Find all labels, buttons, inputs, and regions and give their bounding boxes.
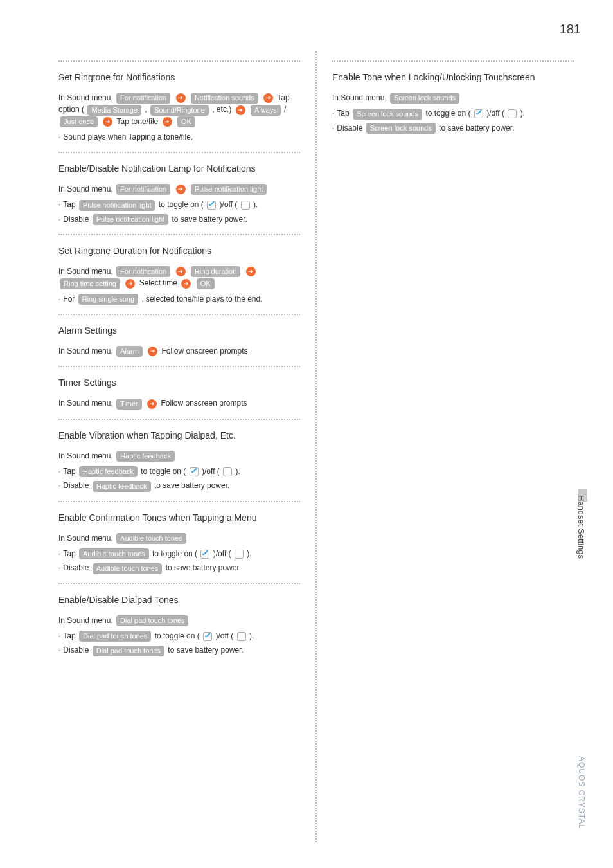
section-title: Enable Confirmation Tones when Tapping a…: [58, 511, 300, 525]
section-divider: [58, 583, 300, 584]
text: Disable: [63, 646, 89, 655]
text: to toggle on (: [159, 200, 204, 209]
text: Tap Pulse notification light to toggle o…: [63, 199, 258, 210]
chip-audible-touch-tones: Audible touch tones: [93, 563, 163, 574]
arrow-icon: [263, 93, 273, 103]
section-set-ringtone-notifications: Set Ringtone for Notifications In Sound …: [55, 60, 304, 143]
chip-ok: OK: [177, 116, 195, 127]
text: Tap: [63, 467, 75, 476]
text: Tap Haptic feedback to toggle on ( )/off…: [63, 466, 240, 477]
text: , selected tone/file plays to the end.: [141, 294, 262, 303]
chip-haptic-feedback: Haptic feedback: [93, 481, 151, 492]
text: )/off (: [486, 109, 504, 118]
instruction-line: In Sound menu, Haptic feedback: [58, 450, 300, 462]
bullet-line: · Tap Haptic feedback to toggle on ( )/o…: [58, 466, 300, 477]
section-audible-touch-tones: Enable Confirmation Tones when Tapping a…: [55, 501, 304, 574]
section-divider: [58, 60, 300, 62]
text: ,: [145, 105, 147, 114]
text: /: [284, 105, 286, 114]
text: Disable: [337, 123, 362, 132]
checkbox-off-icon: [508, 109, 517, 118]
checkbox-on-icon: [474, 109, 483, 118]
bullet-icon: ·: [58, 548, 60, 559]
instruction-line: In Sound menu, Timer Follow onscreen pro…: [58, 397, 300, 409]
bullet-line: · Disable Dial pad touch tones to save b…: [58, 644, 300, 656]
instruction-line: In Sound menu, Dial pad touch tones: [58, 615, 300, 626]
checkbox-on-icon: [190, 467, 199, 476]
text: Tap: [63, 631, 75, 640]
text: Disable Audible touch tones to save batt…: [63, 562, 241, 574]
text: Tap Audible touch tones to toggle on ( )…: [63, 548, 251, 559]
chip-screen-lock-sounds: Screen lock sounds: [390, 93, 459, 104]
text: Disable Dial pad touch tones to save bat…: [63, 644, 243, 656]
text: In Sound menu,: [58, 399, 113, 408]
arrow-icon: [163, 117, 172, 127]
instruction-line: In Sound menu, For notification Pulse no…: [58, 183, 300, 195]
arrow-icon: [236, 105, 245, 115]
text: ).: [249, 631, 254, 640]
chip-screen-lock-sounds: Screen lock sounds: [353, 109, 422, 120]
text: tone/file: [131, 117, 158, 126]
arrow-icon: [147, 399, 157, 409]
text: Tap: [117, 117, 129, 126]
section-title: Set Ringtone Duration for Notifications: [58, 244, 300, 258]
chip-pulse-notification-light: Pulse notification light: [191, 184, 267, 195]
arrow-icon: [246, 267, 256, 276]
section-timer: Timer Settings In Sound menu, Timer Foll…: [55, 366, 304, 409]
bullet-icon: ·: [58, 630, 60, 642]
section-title: Enable Tone when Locking/Unlocking Touch…: [332, 71, 574, 84]
bullet-line: · Disable Haptic feedback to save batter…: [58, 480, 300, 491]
bullet-line: · Tap Pulse notification light to toggle…: [58, 199, 300, 210]
text: )/off (: [215, 631, 233, 640]
bullet-icon: ·: [58, 480, 60, 491]
section-notification-lamp: Enable/Disable Notification Lamp for Not…: [55, 152, 304, 225]
text: ).: [236, 467, 240, 476]
text: , etc.): [212, 105, 231, 114]
section-title: Enable/Disable Notification Lamp for Not…: [58, 162, 300, 176]
text: Follow onscreen prompts: [162, 347, 248, 356]
text: to toggle on (: [141, 467, 186, 476]
text: Disable: [63, 563, 89, 572]
content-columns: Set Ringtone for Notifications In Sound …: [55, 51, 578, 842]
text: Disable: [63, 481, 89, 490]
text: Disable Haptic feedback to save battery …: [63, 480, 229, 491]
section-divider: [58, 152, 300, 153]
text: Tap: [337, 109, 349, 118]
bullet-line: · Disable Audible touch tones to save ba…: [58, 562, 300, 574]
arrow-icon: [148, 347, 157, 356]
checkbox-off-icon: [241, 201, 250, 210]
text: )/off (: [202, 467, 220, 476]
chip-haptic-feedback: Haptic feedback: [116, 451, 175, 462]
text: Tap Screen lock sounds to toggle on ( )/…: [337, 107, 525, 119]
chip-sound-ringtone: Sound/Ringtone: [150, 105, 209, 116]
bullet-line: · For Ring single song , selected tone/f…: [58, 293, 300, 305]
bullet-icon: ·: [58, 293, 60, 305]
bullet-line: · Disable Screen lock sounds to save bat…: [332, 122, 574, 134]
page: 181 Handset Settings AQUOS CRYSTAL Set R…: [0, 0, 613, 868]
arrow-icon: [176, 267, 186, 276]
text: In Sound menu,: [58, 534, 113, 543]
instruction-line: In Sound menu, Screen lock sounds: [332, 92, 574, 104]
text: )/off (: [220, 200, 238, 209]
text: For: [63, 294, 75, 303]
text: Tap: [63, 200, 75, 209]
section-title: Alarm Settings: [58, 324, 300, 338]
column-divider: [315, 51, 317, 842]
bullet-icon: ·: [58, 466, 60, 477]
text: For Ring single song , selected tone/fil…: [63, 293, 262, 305]
section-haptic-feedback: Enable Vibration when Tapping Dialpad, E…: [55, 419, 304, 492]
section-divider: [58, 234, 300, 235]
chip-dial-pad-touch-tones: Dial pad touch tones: [79, 631, 151, 642]
chip-for-notification: For notification: [116, 184, 170, 195]
chip-dial-pad-touch-tones: Dial pad touch tones: [116, 615, 188, 626]
right-column: Enable Tone when Locking/Unlocking Touch…: [328, 51, 578, 842]
bullet-line: · Tap Dial pad touch tones to toggle on …: [58, 630, 300, 642]
text: In Sound menu,: [58, 185, 113, 194]
chip-ring-time-setting: Ring time setting: [60, 278, 120, 289]
section-title: Set Ringtone for Notifications: [58, 71, 300, 84]
chip-dial-pad-touch-tones: Dial pad touch tones: [93, 646, 164, 656]
chip-ring-duration: Ring duration: [191, 266, 240, 277]
bullet-line: · Tap Screen lock sounds to toggle on ( …: [332, 107, 574, 119]
instruction-line: In Sound menu, Alarm Follow onscreen pro…: [58, 345, 300, 357]
checkbox-on-icon: [207, 201, 216, 210]
